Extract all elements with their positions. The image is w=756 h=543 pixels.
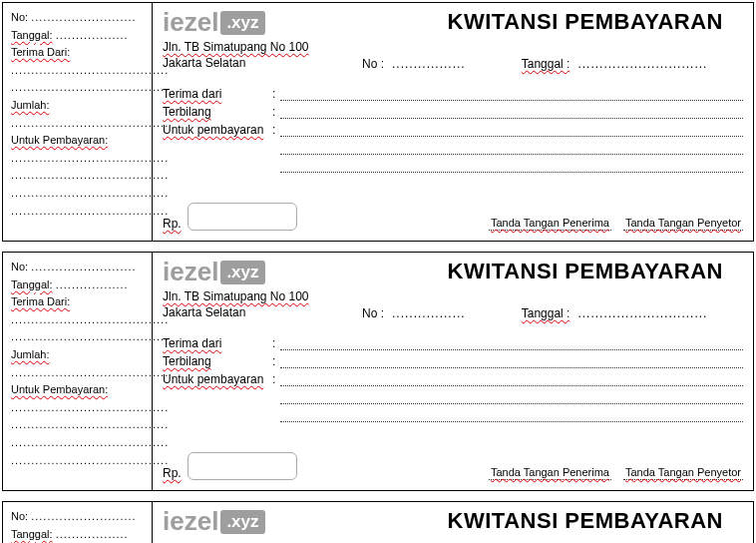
stub-tanggal-label: Tanggal: <box>11 278 53 290</box>
stub-untuk-label: Untuk Pembayaran: <box>11 134 108 146</box>
main-no-label: No : <box>362 306 384 320</box>
address-line1: Jln. TB Simatupang No 100 <box>163 289 309 303</box>
main-panel: iezel .xyz KWITANSI PEMBAYARAN <box>153 502 753 543</box>
stub-tanggal-label: Tanggal: <box>11 528 53 540</box>
rp-label: Rp. <box>163 217 182 231</box>
logo-badge: .xyz <box>220 510 264 534</box>
main-tanggal-label: Tanggal : <box>522 306 570 320</box>
stub-untuk-label: Untuk Pembayaran: <box>11 383 108 395</box>
address-line1: Jln. TB Simatupang No 100 <box>163 40 309 54</box>
receipt: No: .......................... Tanggal: … <box>2 501 754 543</box>
signature-penerima: Tanda Tangan Penerima <box>489 217 611 231</box>
main-tanggal-label: Tanggal : <box>522 57 570 71</box>
rp-label: Rp. <box>163 466 182 480</box>
stub: No: .......................... Tanggal: … <box>3 3 153 241</box>
main-panel: iezel .xyz KWITANSI PEMBAYARAN Jln. TB S… <box>153 3 753 241</box>
main-terima-label: Terima dari <box>163 87 272 101</box>
receipt: No: .......................... Tanggal: … <box>2 2 754 242</box>
rp-amount-box <box>188 203 297 231</box>
logo: iezel .xyz <box>163 257 265 287</box>
logo: iezel .xyz <box>163 7 265 38</box>
receipt-title: KWITANSI PEMBAYARAN <box>448 259 723 284</box>
stub-no-label: No: <box>11 510 28 522</box>
signature-penerima: Tanda Tangan Penerima <box>489 466 611 480</box>
logo-badge: .xyz <box>220 261 264 284</box>
main-terbilang-label: Terbilang <box>163 354 272 368</box>
logo-text: iezel <box>163 7 218 38</box>
main-untuk-label: Untuk pembayaran <box>163 372 272 386</box>
stub: No: .......................... Tanggal: … <box>3 253 153 490</box>
stub: No: .......................... Tanggal: … <box>3 502 153 543</box>
stub-no-label: No: <box>11 11 28 23</box>
stub-terima-label: Terima Dari: <box>11 46 70 58</box>
logo-badge: .xyz <box>220 11 264 35</box>
stub-jumlah-label: Jumlah: <box>11 348 50 360</box>
stub-no-label: No: <box>11 261 28 272</box>
rp-amount-box <box>188 452 297 480</box>
receipt: No: .......................... Tanggal: … <box>2 252 754 491</box>
main-untuk-label: Untuk pembayaran <box>163 123 272 137</box>
main-panel: iezel .xyz KWITANSI PEMBAYARAN Jln. TB S… <box>153 253 753 490</box>
stub-terima-label: Terima Dari: <box>11 295 70 307</box>
main-terbilang-label: Terbilang <box>163 105 272 119</box>
receipt-title: KWITANSI PEMBAYARAN <box>448 9 723 35</box>
stub-tanggal-label: Tanggal: <box>11 29 53 41</box>
receipt-title: KWITANSI PEMBAYARAN <box>448 508 723 534</box>
signature-penyetor: Tanda Tangan Penyetor <box>623 466 743 480</box>
logo-text: iezel <box>163 506 218 537</box>
logo: iezel .xyz <box>163 506 265 537</box>
main-no-label: No : <box>362 57 384 71</box>
logo-text: iezel <box>163 257 218 287</box>
main-terima-label: Terima dari <box>163 336 272 350</box>
stub-jumlah-label: Jumlah: <box>11 99 50 111</box>
signature-penyetor: Tanda Tangan Penyetor <box>623 217 743 231</box>
